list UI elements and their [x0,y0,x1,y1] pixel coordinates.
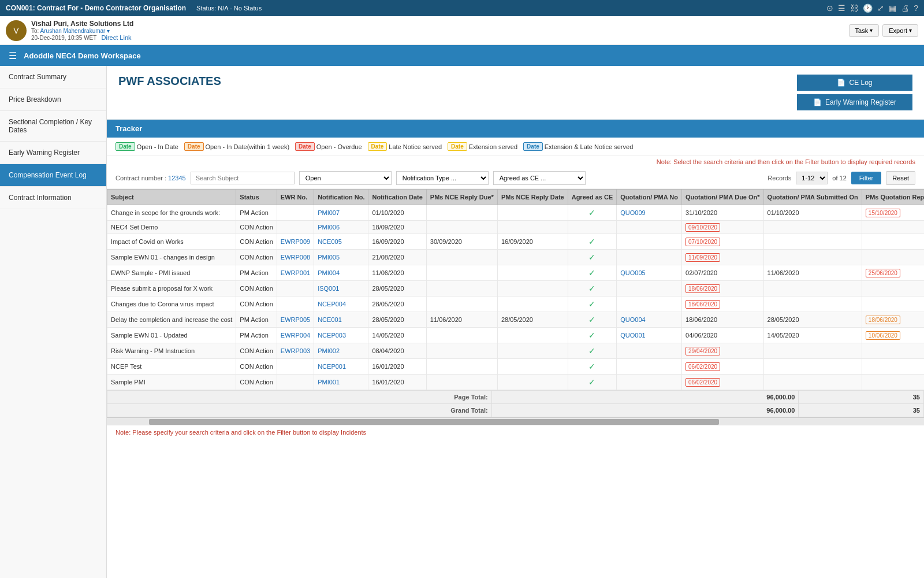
table-row: Sample EWN 01 - UpdatedPM ActionEWRP004N… [107,328,925,343]
clock-icon[interactable]: 🕐 [863,3,873,13]
table-row: NCEP TestCON ActionNCEP00116/01/2020✓06/… [107,359,925,375]
check-icon: ✓ [588,362,595,371]
col-pms-nce-reply: PMs NCE Reply Date [497,190,568,205]
col-pms-nce-due: PMs NCE Reply Due* [426,190,497,205]
scroll-thumb[interactable] [149,419,720,425]
table-row: Impact of Covid on WorksCON ActionEWRP00… [107,234,925,250]
agreed-as-ce-select[interactable]: Agreed as CE ... Agreed as CE Not Agreed [493,171,586,185]
reset-button[interactable]: Reset [886,171,915,185]
workspace-title: Adoddle NEC4 Demo Workspace [24,51,141,60]
col-quo-due: Quotation/ PMA Due On* [682,190,764,205]
totals-table: Page Total: 96,000.00 35 Grand Total: 96… [107,390,924,417]
user-bar: V Vishal Puri, Asite Solutions Ltd To: A… [0,16,924,45]
tracker-header: Tracker [107,120,924,138]
search-input[interactable] [191,172,295,184]
printer-icon[interactable]: 🖨 [901,3,909,13]
grand-total-label: Grand Total: [450,407,488,414]
task-dropdown-arrow: ▾ [870,27,873,34]
records-label: Records [767,175,791,181]
check-icon: ✓ [588,237,595,246]
user-details: Vishal Puri, Asite Solutions Ltd To: Aru… [31,20,133,41]
check-icon: ✓ [588,299,595,309]
company-header: PWF ASSOCIATES 📄 CE Log 📄 Early Warning … [107,66,924,120]
user-actions: Task ▾ Export ▾ [849,24,918,37]
col-quo-sub: Quotation/ PMA Submitted On [763,190,862,205]
table-header-row: Subject Status EWR No. Notification No. … [107,190,925,205]
hamburger-icon[interactable]: ☰ [9,50,17,61]
legend-extension-late: Date Extension & Late Notice served [523,142,633,151]
table-row: Please submit a proposal for X workCON A… [107,281,925,297]
table-row: Change in scope for the grounds work:PM … [107,205,925,221]
content-area: PWF ASSOCIATES 📄 CE Log 📄 Early Warning … [107,66,924,578]
page-total-price: 96,000.00 [491,391,799,404]
notification-type-select[interactable]: Notification Type ... [396,171,489,185]
company-buttons: 📄 CE Log 📄 Early Warning Register [797,75,912,110]
check-icon: ✓ [588,253,595,262]
direct-link[interactable]: Direct Link [102,34,132,41]
page-total-label: Page Total: [454,394,487,401]
help-icon[interactable]: ? [914,3,918,13]
task-button[interactable]: Task ▾ [849,24,880,37]
table-row: Sample PMICON ActionPMI00116/01/2020✓06/… [107,375,925,390]
ce-log-button[interactable]: 📄 CE Log [797,75,912,91]
check-icon: ✓ [588,208,595,217]
legend-open-in-date: Date Open - In Date [116,142,178,151]
col-notif-date: Notification Date [368,190,426,205]
export-dropdown-arrow: ▾ [909,27,912,34]
contract-number-link[interactable]: 12345 [168,175,186,181]
table-row: Sample EWN 01 - changes in designCON Act… [107,250,925,265]
sidebar: Contract Summary Price Breakdown Section… [0,66,107,578]
check-icon: ✓ [588,268,595,277]
search-note: Note: Select the search criteria and the… [107,156,924,168]
user-info: V Vishal Puri, Asite Solutions Ltd To: A… [6,20,133,41]
circle-icon[interactable]: ⊙ [826,3,833,13]
table-row: EWNP Sample - PMI issuedPM ActionEWRP001… [107,265,925,281]
check-icon: ✓ [588,377,595,387]
sidebar-item-early-warning[interactable]: Early Warning Register [0,142,106,164]
compensation-event-table: Subject Status EWR No. Notification No. … [107,189,924,390]
sidebar-item-sectional-completion[interactable]: Sectional Completion / Key Dates [0,111,106,142]
user-to: To: Arushan Mahendrakumar ▾ [31,28,133,34]
grand-total-days: 35 [799,404,924,417]
legend-open-overdue: Date Open - Overdue [295,142,362,151]
status-select[interactable]: Open Closed All [299,171,392,185]
legend-open-in-date-week: Date Open - In Date(within 1 week) [184,142,289,151]
sidebar-item-contract-info[interactable]: Contract Information [0,187,106,209]
legend: Date Open - In Date Date Open - In Date(… [107,138,924,156]
col-status: Status [236,190,277,205]
export-button[interactable]: Export ▾ [882,24,918,37]
table-row: NEC4 Set DemoCON ActionPMI00618/09/20200… [107,221,925,234]
horizontal-scrollbar[interactable] [107,417,924,425]
nav-bar: ☰ Adoddle NEC4 Demo Workspace [0,45,924,66]
search-bar: Contract number : 12345 Open Closed All … [107,168,924,189]
link-icon[interactable]: ⛓ [850,3,858,13]
grand-total-row: Grand Total: 96,000.00 35 [107,404,924,417]
col-quo-no: Quotation/ PMA No [617,190,682,205]
top-bar: CON001: Contract For - Demo Contractor O… [0,0,924,16]
company-name: PWF ASSOCIATES [118,75,221,88]
filter-button[interactable]: Filter [851,172,881,184]
table-row: Changes due to Corona virus impactCON Ac… [107,297,925,312]
bars-icon[interactable]: ☰ [838,3,845,13]
sidebar-item-price-breakdown[interactable]: Price Breakdown [0,88,106,111]
check-icon: ✓ [588,331,595,340]
col-ewr: EWR No. [277,190,314,205]
check-icon: ✓ [588,315,595,324]
ewr-button[interactable]: 📄 Early Warning Register [797,94,912,110]
expand-icon[interactable]: ⤢ [877,3,884,13]
legend-late-notice: Date Late Notice served [368,142,442,151]
user-date: 20-Dec-2019, 10:35 WET Direct Link [31,34,133,41]
grid-icon[interactable]: ▦ [889,3,896,13]
file-icon: 📄 [837,79,845,87]
col-subject: Subject [107,190,236,205]
top-bar-status: Status: N/A - No Status [196,5,262,12]
file-icon-2: 📄 [813,98,822,106]
sidebar-item-contract-summary[interactable]: Contract Summary [0,66,106,88]
records-select[interactable]: 1-12 1-25 1-50 [796,172,828,184]
sidebar-item-compensation-event[interactable]: Compensation Event Log [0,164,106,187]
check-icon: ✓ [588,346,595,355]
of-label: of 12 [832,175,846,181]
page-total-days: 35 [799,391,924,404]
grand-total-price: 96,000.00 [491,404,799,417]
legend-extension-served: Date Extension served [448,142,517,151]
